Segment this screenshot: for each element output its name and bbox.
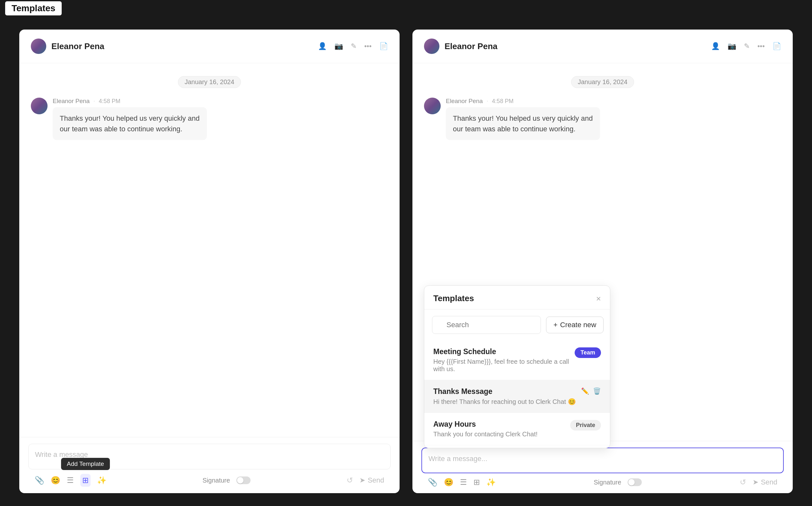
toggle-knob <box>237 477 243 484</box>
right-toggle-knob <box>628 479 635 486</box>
signature-label: Signature <box>203 477 230 484</box>
template-item[interactable]: Away Hours Thank you for contacting Cler… <box>424 413 610 445</box>
right-avatar <box>424 38 439 54</box>
templates-close-button[interactable]: × <box>596 294 601 303</box>
send-icon: ➤ <box>359 476 365 485</box>
right-message-author: Eleanor Pena <box>446 98 483 105</box>
right-attachment-icon[interactable]: 📷 <box>728 42 736 51</box>
right-edit-icon[interactable]: ✎ <box>744 42 750 51</box>
edit-template-icon[interactable]: ✏️ <box>581 387 589 395</box>
message-meta: Eleanor Pena · 4:58 PM <box>53 98 388 105</box>
page-title: Templates <box>5 1 62 15</box>
right-chat-name: Eleanor Pena <box>444 41 706 52</box>
right-signature-toggle[interactable] <box>628 478 642 486</box>
templates-panel-header: Templates × <box>424 286 610 310</box>
date-badge: January 16, 2024 <box>31 76 388 88</box>
right-chat-toolbar: 📎 😊 ☰ ⊞ ✨ Signature ↺ ➤ Send <box>421 473 784 487</box>
template-item[interactable]: Meeting Schedule Hey {{{First Name}}}, f… <box>424 340 610 380</box>
right-message-time: 4:58 PM <box>492 98 513 105</box>
right-chat-input-area: Write a message... 📎 😊 ☰ ⊞ ✨ Signature ↺… <box>412 441 793 493</box>
left-chat-window: Eleanor Pena 👤 📷 ✎ ••• 📄 January 16, 202… <box>19 29 400 493</box>
attachment-toolbar-icon[interactable]: 📎 <box>35 476 44 485</box>
templates-search-input[interactable] <box>432 316 541 334</box>
template-toolbar-icon[interactable]: ⊞ <box>80 474 91 487</box>
avatar <box>31 38 46 54</box>
right-message-bubble: Thanks your! You helped us very quickly … <box>446 107 600 140</box>
template-item-name: Meeting Schedule <box>433 347 569 356</box>
delete-template-icon[interactable]: 🗑️ <box>593 387 601 395</box>
template-item-preview: Thank you for contacting Clerk Chat! <box>433 431 565 438</box>
send-button[interactable]: ➤ Send <box>359 476 384 485</box>
right-more-icon[interactable]: ••• <box>757 42 765 51</box>
right-doc-icon[interactable]: 📄 <box>773 42 781 51</box>
message-content: Eleanor Pena · 4:58 PM Thanks your! You … <box>53 98 388 140</box>
send-label: Send <box>368 476 384 485</box>
message-time: 4:58 PM <box>99 98 120 105</box>
left-chat-header: Eleanor Pena 👤 📷 ✎ ••• 📄 <box>19 29 400 63</box>
left-input-placeholder: Write a message <box>35 449 384 460</box>
search-wrap: 🔍 <box>432 316 541 334</box>
right-attachment-toolbar-icon[interactable]: 📎 <box>428 478 437 487</box>
right-message-content: Eleanor Pena · 4:58 PM Thanks your! You … <box>446 98 781 140</box>
more-icon[interactable]: ••• <box>364 42 372 51</box>
top-bar: Templates <box>0 0 812 17</box>
right-message-group: Eleanor Pena · 4:58 PM Thanks your! You … <box>424 98 781 140</box>
plus-icon: + <box>553 321 558 329</box>
template-btn-wrapper: ⊞ Add Template <box>80 474 91 487</box>
template-item-name: Away Hours <box>433 420 565 429</box>
left-chat-toolbar: 📎 😊 ☰ ⊞ Add Template ✨ Signature ↺ ➤ Sen… <box>28 470 391 487</box>
template-item[interactable]: Thanks Message Hi there! Thanks for reac… <box>424 380 610 413</box>
create-new-label: Create new <box>560 321 596 329</box>
template-actions: ✏️ 🗑️ <box>581 387 601 395</box>
main-content: Eleanor Pena 👤 📷 ✎ ••• 📄 January 16, 202… <box>0 17 812 506</box>
message-bubble: Thanks your! You helped us very quickly … <box>53 107 207 140</box>
right-emoji-toolbar-icon[interactable]: 😊 <box>444 478 454 487</box>
template-badge-team: Team <box>575 347 601 358</box>
right-undo-icon[interactable]: ↺ <box>740 478 746 487</box>
message-group: Eleanor Pena · 4:58 PM Thanks your! You … <box>31 98 388 140</box>
emoji-toolbar-icon[interactable]: 😊 <box>51 476 60 485</box>
right-chat-header-icons: 👤 📷 ✎ ••• 📄 <box>711 42 781 51</box>
list-toolbar-icon[interactable]: ☰ <box>67 476 74 485</box>
message-avatar <box>31 98 48 114</box>
right-send-icon: ➤ <box>752 478 758 486</box>
template-item-preview: Hey {{{First Name}}}, feel free to sched… <box>433 358 569 373</box>
left-chat-body: January 16, 2024 Eleanor Pena · 4:58 PM … <box>19 63 400 437</box>
left-chat-header-icons: 👤 📷 ✎ ••• 📄 <box>318 42 388 51</box>
right-date-badge: January 16, 2024 <box>424 76 781 88</box>
right-chat-header: Eleanor Pena 👤 📷 ✎ ••• 📄 <box>412 29 793 63</box>
right-input-placeholder: Write a message... <box>428 453 777 464</box>
signature-toggle[interactable] <box>236 477 251 484</box>
message-author: Eleanor Pena <box>53 98 90 105</box>
template-item-text: Away Hours Thank you for contacting Cler… <box>433 420 565 438</box>
right-date-badge-text: January 16, 2024 <box>571 76 634 88</box>
doc-icon[interactable]: 📄 <box>379 42 388 51</box>
magic-toolbar-icon[interactable]: ✨ <box>97 476 107 485</box>
assign-icon[interactable]: 👤 <box>318 42 327 51</box>
right-send-button[interactable]: ➤ Send <box>752 478 777 486</box>
right-send-label: Send <box>761 478 777 486</box>
right-template-toolbar-icon[interactable]: ⊞ <box>474 478 480 487</box>
templates-panel-title: Templates <box>433 293 474 304</box>
template-list: Meeting Schedule Hey {{{First Name}}}, f… <box>424 340 610 448</box>
left-chat-input-area: Write a message 📎 😊 ☰ ⊞ Add Template ✨ S… <box>19 437 400 493</box>
template-item-name: Thanks Message <box>433 387 576 396</box>
templates-panel: Templates × 🔍 + Create new Meeting Sched… <box>424 285 610 448</box>
edit-icon[interactable]: ✎ <box>351 42 356 51</box>
right-assign-icon[interactable]: 👤 <box>711 42 720 51</box>
template-badge-private: Private <box>570 420 601 431</box>
template-item-text: Thanks Message Hi there! Thanks for reac… <box>433 387 576 406</box>
right-list-toolbar-icon[interactable]: ☰ <box>460 478 467 487</box>
left-chat-input-box[interactable]: Write a message <box>28 444 391 470</box>
undo-icon[interactable]: ↺ <box>346 476 353 485</box>
right-magic-toolbar-icon[interactable]: ✨ <box>486 478 496 487</box>
attachment-icon[interactable]: 📷 <box>334 42 343 51</box>
template-item-text: Meeting Schedule Hey {{{First Name}}}, f… <box>433 347 569 373</box>
template-item-preview: Hi there! Thanks for reaching out to Cle… <box>433 398 576 406</box>
right-chat-input-box[interactable]: Write a message... <box>421 447 784 473</box>
create-new-button[interactable]: + Create new <box>546 317 603 333</box>
date-badge-text: January 16, 2024 <box>178 76 241 88</box>
right-message-avatar <box>424 98 441 114</box>
right-chat-window: Eleanor Pena 👤 📷 ✎ ••• 📄 January 16, 202… <box>412 29 793 493</box>
right-message-meta: Eleanor Pena · 4:58 PM <box>446 98 781 105</box>
